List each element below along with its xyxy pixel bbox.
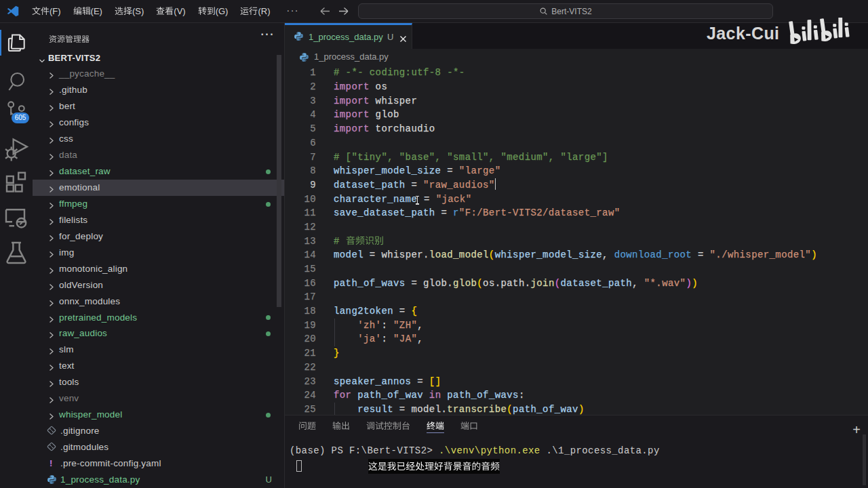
svg-text:!: ! <box>50 458 52 468</box>
